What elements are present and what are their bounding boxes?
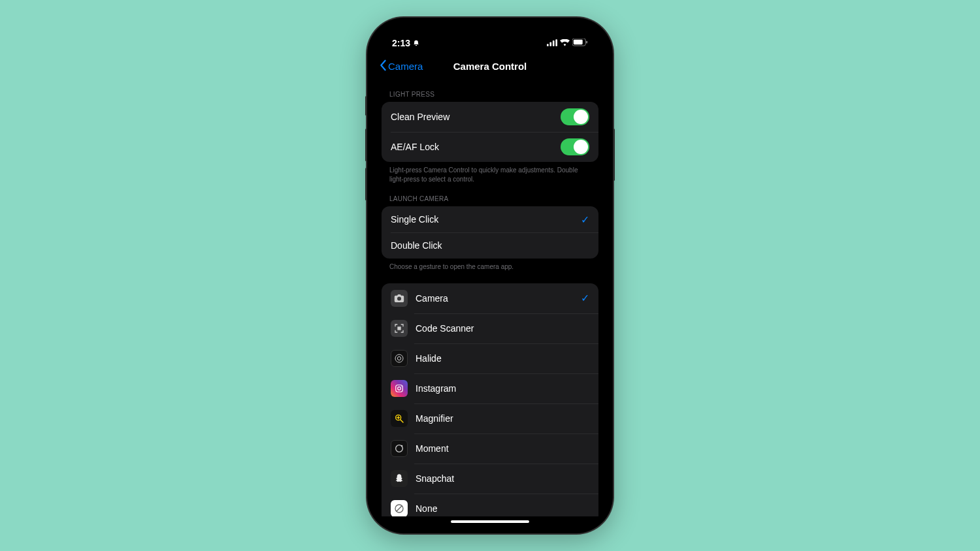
svg-rect-2	[553, 40, 555, 46]
app-row-instagram[interactable]: Instagram	[382, 373, 598, 403]
svg-point-8	[395, 354, 403, 362]
settings-content[interactable]: LIGHT PRESS Clean Preview AE/AF Lock Lig…	[374, 79, 606, 516]
none-icon	[391, 500, 408, 517]
status-time: 2:13	[392, 38, 410, 48]
app-label: Camera	[416, 293, 581, 304]
app-row-camera[interactable]: Camera ✓	[382, 283, 598, 313]
checkmark-icon: ✓	[581, 292, 589, 304]
svg-line-20	[397, 506, 402, 511]
group-light-press: Clean Preview AE/AF Lock	[382, 102, 598, 162]
row-label: Clean Preview	[391, 112, 561, 122]
toggle-aeaf-lock[interactable]	[561, 138, 589, 155]
vol-down-button	[365, 168, 367, 200]
app-label: Instagram	[416, 383, 589, 394]
app-label: Snapchat	[416, 473, 589, 484]
row-label: AE/AF Lock	[391, 142, 561, 152]
camera-icon	[391, 290, 408, 307]
group-app-picker: Camera ✓ Code Scanner Halide	[382, 283, 598, 517]
row-aeaf-lock[interactable]: AE/AF Lock	[382, 132, 598, 162]
wifi-icon	[560, 38, 570, 48]
page-title: Camera Control	[453, 61, 527, 72]
moment-icon	[391, 440, 408, 457]
app-row-none[interactable]: None	[382, 494, 598, 517]
app-label: Moment	[416, 443, 589, 454]
row-label: Double Click	[391, 240, 589, 251]
battery-icon	[572, 38, 588, 48]
app-label: Halide	[416, 353, 589, 364]
chevron-left-icon	[379, 59, 387, 73]
svg-rect-1	[549, 42, 551, 46]
app-label: Code Scanner	[416, 323, 589, 334]
row-single-click[interactable]: Single Click ✓	[382, 206, 598, 232]
row-clean-preview[interactable]: Clean Preview	[382, 102, 598, 132]
status-left: 2:13	[392, 38, 419, 48]
svg-rect-6	[586, 41, 587, 44]
toggle-clean-preview[interactable]	[561, 108, 589, 125]
row-double-click[interactable]: Double Click	[382, 232, 598, 259]
row-label: Single Click	[391, 214, 581, 225]
group-launch-camera: Single Click ✓ Double Click	[382, 206, 598, 259]
svg-rect-0	[547, 44, 549, 46]
section-header-launch-camera: LAUNCH CAMERA	[382, 183, 598, 206]
section-footer-launch-camera: Choose a gesture to open the camera app.	[382, 259, 598, 272]
app-row-moment[interactable]: Moment	[382, 433, 598, 464]
back-label: Camera	[388, 61, 423, 72]
mute-switch	[365, 96, 367, 116]
svg-point-18	[401, 445, 403, 447]
checkmark-icon: ✓	[581, 213, 589, 226]
app-row-snapchat[interactable]: Snapchat	[382, 464, 598, 494]
section-footer-light-press: Light-press Camera Control to quickly ma…	[382, 162, 598, 183]
navigation-bar: Camera Camera Control	[374, 53, 606, 79]
app-row-magnifier[interactable]: Magnifier	[382, 403, 598, 433]
home-indicator[interactable]	[451, 520, 529, 523]
vol-up-button	[365, 129, 367, 161]
svg-line-14	[400, 420, 403, 422]
app-label: Magnifier	[416, 413, 589, 424]
app-row-code-scanner[interactable]: Code Scanner	[382, 313, 598, 343]
svg-rect-5	[574, 40, 583, 44]
code-scanner-icon	[391, 320, 408, 337]
magnifier-icon	[391, 410, 408, 427]
power-button	[613, 129, 615, 181]
status-right	[547, 38, 588, 48]
svg-point-12	[401, 386, 402, 386]
halide-icon	[391, 350, 408, 367]
app-label: None	[416, 503, 589, 514]
svg-point-11	[398, 386, 401, 390]
back-button[interactable]: Camera	[379, 59, 423, 73]
dynamic-island	[457, 32, 523, 50]
alarm-icon	[413, 38, 419, 48]
svg-rect-7	[397, 326, 400, 330]
svg-rect-10	[396, 385, 403, 392]
phone-mockup: 2:13 Cam	[367, 18, 613, 533]
svg-point-9	[397, 356, 400, 360]
cellular-signal-icon	[547, 38, 557, 48]
phone-screen: 2:13 Cam	[374, 24, 606, 527]
snapchat-icon	[391, 470, 408, 487]
section-header-light-press: LIGHT PRESS	[382, 79, 598, 102]
app-row-halide[interactable]: Halide	[382, 343, 598, 373]
instagram-icon	[391, 380, 408, 397]
svg-rect-3	[555, 39, 557, 46]
